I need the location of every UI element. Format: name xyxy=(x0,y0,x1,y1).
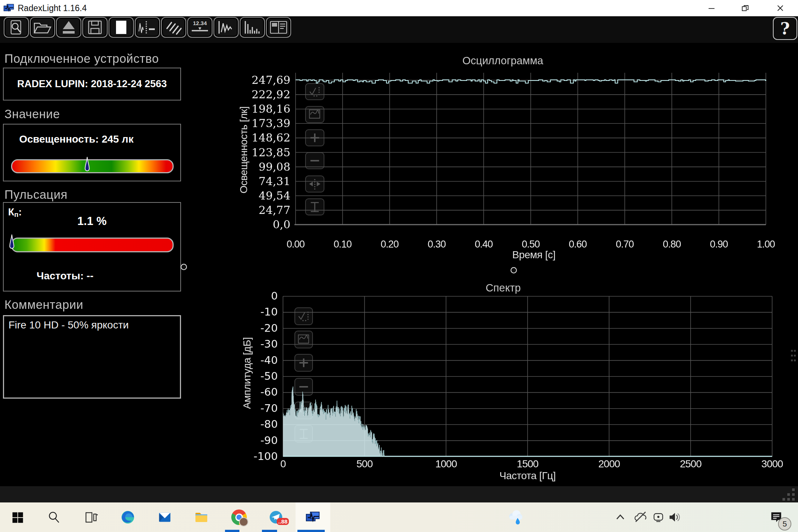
spec-y-tick-label: -30 xyxy=(222,338,278,350)
spectrum-tool-fit-y-button[interactable] xyxy=(294,425,313,443)
spectrum-tool-fit-view-button[interactable] xyxy=(294,331,313,348)
spec-y-tick-label: -50 xyxy=(222,370,278,382)
open-file-button[interactable] xyxy=(30,17,55,38)
spectrum-tool-select-points-button[interactable] xyxy=(294,307,313,325)
taskbar-chrome-button[interactable] xyxy=(230,508,248,526)
osc-x-tick-label: 0.60 xyxy=(555,239,601,250)
camera-icon xyxy=(652,511,665,524)
preview-button[interactable] xyxy=(4,17,29,38)
oscillogram-xlabel: Время [с] xyxy=(478,249,589,261)
restore-button[interactable] xyxy=(733,0,757,16)
report-layout-button[interactable] xyxy=(266,17,291,38)
file-explorer-icon xyxy=(194,509,209,525)
tray-chevron-button[interactable] xyxy=(613,508,627,526)
spectrum-tool-fit-x-button[interactable] xyxy=(294,402,313,419)
tray-volume-button[interactable] xyxy=(666,508,683,526)
tray-onedrive-button[interactable] xyxy=(632,508,648,526)
osc-x-tick-label: 0.50 xyxy=(508,239,554,250)
illuminance-bar xyxy=(11,159,174,173)
help-button[interactable]: ? xyxy=(773,17,797,40)
spec-x-tick-label: 1000 xyxy=(420,458,472,470)
spec-x-tick-label: 500 xyxy=(339,458,391,470)
windows-logo-icon xyxy=(11,510,25,524)
osc-y-tick-label: 198,16 xyxy=(235,102,290,115)
close-button[interactable] xyxy=(768,0,792,16)
spectrum-view-button[interactable] xyxy=(240,17,265,38)
mail-icon xyxy=(157,510,172,525)
comments-text: Fire 10 HD - 50% яркости xyxy=(8,319,129,331)
osc-y-tick-label: 0,0 xyxy=(235,218,290,231)
chrome-profile-avatar xyxy=(239,517,248,526)
illuminance-value: Освещенность: 245 лк xyxy=(19,133,133,145)
oscillogram-tool-fit-x-button[interactable] xyxy=(305,175,324,192)
bar-chart-icon xyxy=(241,19,263,36)
taskbar-telegram-button[interactable]: ..88 xyxy=(267,508,285,526)
taskbar-search-button[interactable] xyxy=(45,508,63,526)
light-rays-button[interactable] xyxy=(161,17,186,38)
taskbar-task-view-button[interactable] xyxy=(82,508,100,526)
taskbar-radexlight-button[interactable] xyxy=(304,508,322,526)
osc-y-tick-label: 123,85 xyxy=(235,146,290,159)
spec-y-tick-label: -10 xyxy=(222,306,278,318)
app-window: RadexLight 1.16.4 xyxy=(0,0,798,532)
oscillogram-view-button[interactable] xyxy=(214,17,239,38)
tray-camera-button[interactable] xyxy=(651,508,666,526)
taskbar-weather-button[interactable] xyxy=(507,508,525,526)
task-view-icon xyxy=(84,510,98,524)
spec-x-tick-label: 2500 xyxy=(665,458,716,470)
taskbar: ..88 19°C Light rain xyxy=(0,502,798,532)
spec-y-tick-label: -80 xyxy=(222,418,278,430)
oscillogram-tool-fit-y-button[interactable] xyxy=(305,198,324,215)
telegram-badge: ..88 xyxy=(277,518,289,525)
osc-x-tick-label: 0.40 xyxy=(461,239,507,250)
osc-y-tick-label: 222,92 xyxy=(235,88,290,101)
app-icon xyxy=(3,3,15,14)
taskbar-file-explorer-button[interactable] xyxy=(192,508,210,526)
spectrum-tool-zoom-out-button[interactable] xyxy=(294,378,313,396)
pulsation-marker xyxy=(9,233,15,253)
frequencies-label: Частоты: -- xyxy=(24,270,106,282)
spec-x-tick-label: 0 xyxy=(257,458,309,470)
taskbar-edge-button[interactable] xyxy=(119,508,137,526)
eject-device-button[interactable] xyxy=(56,17,81,38)
taskbar-start-button[interactable] xyxy=(9,508,27,526)
resize-grip-icon[interactable] xyxy=(782,488,797,501)
stop-icon xyxy=(110,19,132,36)
kp-value: 1.1 % xyxy=(4,215,180,228)
save-button[interactable] xyxy=(82,17,108,38)
osc-x-tick-label: 0.80 xyxy=(649,239,695,250)
chrome-running-indicator xyxy=(225,530,239,532)
taskbar-mail-button[interactable] xyxy=(156,508,174,526)
osc-y-tick-label: 74,31 xyxy=(235,175,290,188)
osc-x-tick-label: 0.70 xyxy=(602,239,648,250)
spec-y-tick-label: -60 xyxy=(222,386,278,398)
comments-box[interactable]: Fire 10 HD - 50% яркости xyxy=(3,315,181,399)
device-name: RADEX LUPIN: 2018-12-24 2563 xyxy=(4,78,180,90)
splitter-handle-left[interactable] xyxy=(181,264,187,270)
spec-y-tick-label: -20 xyxy=(222,322,278,334)
marker-settings-button[interactable] xyxy=(135,17,160,38)
waveform-icon xyxy=(215,19,237,36)
pulsation-bar xyxy=(11,238,174,252)
osc-x-tick-label: 0.20 xyxy=(367,239,413,250)
minimize-button[interactable] xyxy=(700,0,723,16)
stop-button[interactable] xyxy=(109,17,134,38)
comments-section-header: Комментарии xyxy=(4,298,83,312)
eject-icon xyxy=(58,19,80,36)
light-rays-icon xyxy=(163,19,185,36)
splitter-handle-charts[interactable] xyxy=(511,267,517,273)
spectrum-xlabel: Частота [Гц] xyxy=(472,470,583,482)
spec-y-tick-label: 0 xyxy=(222,290,278,302)
measure-button[interactable]: 12.34 xyxy=(187,17,212,38)
side-grip-icon[interactable] xyxy=(791,349,797,362)
osc-x-tick-label: 0.90 xyxy=(696,239,742,250)
device-section-header: Подключенное устройство xyxy=(4,52,159,66)
osc-y-tick-label: 247,69 xyxy=(235,74,290,86)
radexlight-running-indicator xyxy=(297,530,325,532)
search-icon xyxy=(47,510,61,524)
oscillogram-tool-select-points-button[interactable] xyxy=(305,83,324,100)
open-folder-icon xyxy=(31,19,54,36)
telegram-running-indicator xyxy=(262,530,277,532)
osc-y-tick-label: 24,77 xyxy=(235,204,290,216)
oscillogram-tool-fit-view-button[interactable] xyxy=(305,106,324,123)
